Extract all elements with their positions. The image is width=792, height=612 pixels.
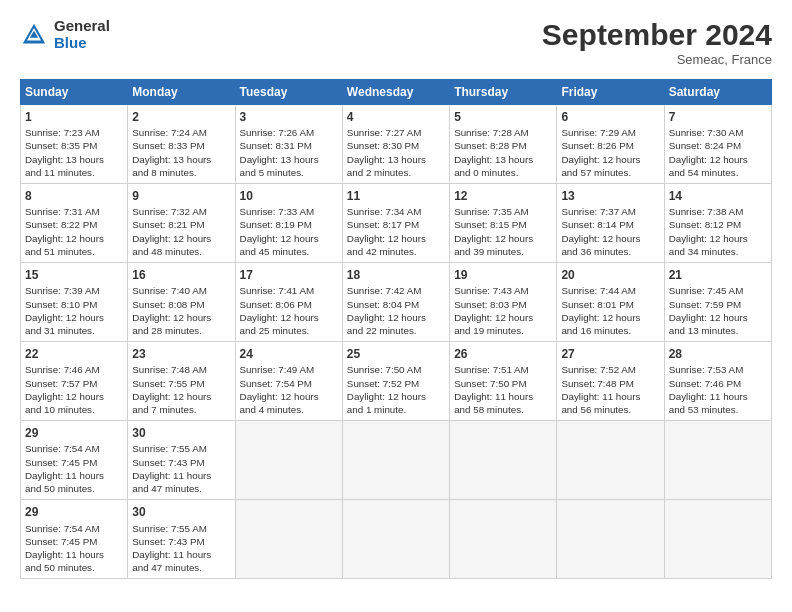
logo: General Blue	[20, 18, 110, 51]
day-number: 30	[132, 504, 230, 520]
day-number: 21	[669, 267, 767, 283]
day-info: Sunrise: 7:31 AM Sunset: 8:22 PM Dayligh…	[25, 205, 123, 258]
calendar-body: 1Sunrise: 7:23 AM Sunset: 8:35 PM Daylig…	[21, 105, 772, 579]
table-row: 1Sunrise: 7:23 AM Sunset: 8:35 PM Daylig…	[21, 105, 128, 184]
day-info: Sunrise: 7:27 AM Sunset: 8:30 PM Dayligh…	[347, 126, 445, 179]
day-number: 26	[454, 346, 552, 362]
day-number: 18	[347, 267, 445, 283]
table-row: 6Sunrise: 7:29 AM Sunset: 8:26 PM Daylig…	[557, 105, 664, 184]
day-number: 3	[240, 109, 338, 125]
table-row	[557, 421, 664, 500]
day-info: Sunrise: 7:55 AM Sunset: 7:43 PM Dayligh…	[132, 442, 230, 495]
day-number: 25	[347, 346, 445, 362]
month-title: September 2024	[542, 18, 772, 52]
th-wednesday: Wednesday	[342, 80, 449, 105]
day-info: Sunrise: 7:52 AM Sunset: 7:48 PM Dayligh…	[561, 363, 659, 416]
table-row: 24Sunrise: 7:49 AM Sunset: 7:54 PM Dayli…	[235, 342, 342, 421]
th-sunday: Sunday	[21, 80, 128, 105]
day-info: Sunrise: 7:49 AM Sunset: 7:54 PM Dayligh…	[240, 363, 338, 416]
table-row	[450, 500, 557, 579]
day-info: Sunrise: 7:48 AM Sunset: 7:55 PM Dayligh…	[132, 363, 230, 416]
table-row: 19Sunrise: 7:43 AM Sunset: 8:03 PM Dayli…	[450, 263, 557, 342]
table-row: 29Sunrise: 7:54 AM Sunset: 7:45 PM Dayli…	[21, 421, 128, 500]
table-row	[342, 500, 449, 579]
day-info: Sunrise: 7:24 AM Sunset: 8:33 PM Dayligh…	[132, 126, 230, 179]
logo-general-text: General	[54, 18, 110, 35]
table-row: 7Sunrise: 7:30 AM Sunset: 8:24 PM Daylig…	[664, 105, 771, 184]
day-number: 7	[669, 109, 767, 125]
calendar-week-row: 29Sunrise: 7:54 AM Sunset: 7:45 PM Dayli…	[21, 421, 772, 500]
day-number: 30	[132, 425, 230, 441]
weekday-row: Sunday Monday Tuesday Wednesday Thursday…	[21, 80, 772, 105]
table-row: 3Sunrise: 7:26 AM Sunset: 8:31 PM Daylig…	[235, 105, 342, 184]
day-number: 11	[347, 188, 445, 204]
table-row: 17Sunrise: 7:41 AM Sunset: 8:06 PM Dayli…	[235, 263, 342, 342]
table-row: 18Sunrise: 7:42 AM Sunset: 8:04 PM Dayli…	[342, 263, 449, 342]
day-number: 20	[561, 267, 659, 283]
day-info: Sunrise: 7:29 AM Sunset: 8:26 PM Dayligh…	[561, 126, 659, 179]
table-row	[450, 421, 557, 500]
day-number: 5	[454, 109, 552, 125]
day-number: 17	[240, 267, 338, 283]
th-tuesday: Tuesday	[235, 80, 342, 105]
day-number: 13	[561, 188, 659, 204]
day-info: Sunrise: 7:42 AM Sunset: 8:04 PM Dayligh…	[347, 284, 445, 337]
table-row	[664, 421, 771, 500]
table-row	[342, 421, 449, 500]
day-number: 15	[25, 267, 123, 283]
logo-icon	[20, 21, 48, 49]
table-row: 8Sunrise: 7:31 AM Sunset: 8:22 PM Daylig…	[21, 184, 128, 263]
th-saturday: Saturday	[664, 80, 771, 105]
day-info: Sunrise: 7:30 AM Sunset: 8:24 PM Dayligh…	[669, 126, 767, 179]
day-info: Sunrise: 7:54 AM Sunset: 7:45 PM Dayligh…	[25, 522, 123, 575]
day-info: Sunrise: 7:44 AM Sunset: 8:01 PM Dayligh…	[561, 284, 659, 337]
day-info: Sunrise: 7:43 AM Sunset: 8:03 PM Dayligh…	[454, 284, 552, 337]
day-number: 22	[25, 346, 123, 362]
table-row	[235, 421, 342, 500]
day-info: Sunrise: 7:51 AM Sunset: 7:50 PM Dayligh…	[454, 363, 552, 416]
day-number: 24	[240, 346, 338, 362]
day-info: Sunrise: 7:23 AM Sunset: 8:35 PM Dayligh…	[25, 126, 123, 179]
day-info: Sunrise: 7:37 AM Sunset: 8:14 PM Dayligh…	[561, 205, 659, 258]
table-row: 10Sunrise: 7:33 AM Sunset: 8:19 PM Dayli…	[235, 184, 342, 263]
day-info: Sunrise: 7:33 AM Sunset: 8:19 PM Dayligh…	[240, 205, 338, 258]
day-number: 29	[25, 504, 123, 520]
day-info: Sunrise: 7:39 AM Sunset: 8:10 PM Dayligh…	[25, 284, 123, 337]
day-number: 6	[561, 109, 659, 125]
table-row: 28Sunrise: 7:53 AM Sunset: 7:46 PM Dayli…	[664, 342, 771, 421]
day-number: 19	[454, 267, 552, 283]
day-number: 23	[132, 346, 230, 362]
table-row: 5Sunrise: 7:28 AM Sunset: 8:28 PM Daylig…	[450, 105, 557, 184]
day-number: 14	[669, 188, 767, 204]
day-number: 1	[25, 109, 123, 125]
day-info: Sunrise: 7:28 AM Sunset: 8:28 PM Dayligh…	[454, 126, 552, 179]
day-number: 16	[132, 267, 230, 283]
table-row	[235, 500, 342, 579]
table-row: 11Sunrise: 7:34 AM Sunset: 8:17 PM Dayli…	[342, 184, 449, 263]
table-row: 23Sunrise: 7:48 AM Sunset: 7:55 PM Dayli…	[128, 342, 235, 421]
day-info: Sunrise: 7:40 AM Sunset: 8:08 PM Dayligh…	[132, 284, 230, 337]
day-info: Sunrise: 7:41 AM Sunset: 8:06 PM Dayligh…	[240, 284, 338, 337]
table-row: 22Sunrise: 7:46 AM Sunset: 7:57 PM Dayli…	[21, 342, 128, 421]
logo-text: General Blue	[54, 18, 110, 51]
table-row: 30Sunrise: 7:55 AM Sunset: 7:43 PM Dayli…	[128, 421, 235, 500]
day-info: Sunrise: 7:26 AM Sunset: 8:31 PM Dayligh…	[240, 126, 338, 179]
day-number: 10	[240, 188, 338, 204]
day-info: Sunrise: 7:38 AM Sunset: 8:12 PM Dayligh…	[669, 205, 767, 258]
th-monday: Monday	[128, 80, 235, 105]
table-row	[557, 500, 664, 579]
day-info: Sunrise: 7:55 AM Sunset: 7:43 PM Dayligh…	[132, 522, 230, 575]
calendar-week-row: 29Sunrise: 7:54 AM Sunset: 7:45 PM Dayli…	[21, 500, 772, 579]
table-row: 30Sunrise: 7:55 AM Sunset: 7:43 PM Dayli…	[128, 500, 235, 579]
day-info: Sunrise: 7:45 AM Sunset: 7:59 PM Dayligh…	[669, 284, 767, 337]
day-info: Sunrise: 7:46 AM Sunset: 7:57 PM Dayligh…	[25, 363, 123, 416]
day-number: 27	[561, 346, 659, 362]
table-row: 12Sunrise: 7:35 AM Sunset: 8:15 PM Dayli…	[450, 184, 557, 263]
day-number: 9	[132, 188, 230, 204]
header: General Blue September 2024 Semeac, Fran…	[20, 18, 772, 67]
day-info: Sunrise: 7:54 AM Sunset: 7:45 PM Dayligh…	[25, 442, 123, 495]
calendar-table: Sunday Monday Tuesday Wednesday Thursday…	[20, 79, 772, 579]
table-row: 25Sunrise: 7:50 AM Sunset: 7:52 PM Dayli…	[342, 342, 449, 421]
table-row: 29Sunrise: 7:54 AM Sunset: 7:45 PM Dayli…	[21, 500, 128, 579]
table-row: 20Sunrise: 7:44 AM Sunset: 8:01 PM Dayli…	[557, 263, 664, 342]
